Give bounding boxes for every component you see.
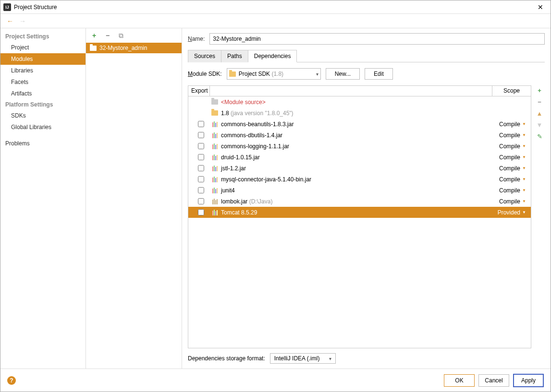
tab-sources[interactable]: Sources [188, 50, 221, 62]
sidebar-item-modules[interactable]: Modules [0, 53, 86, 65]
export-checkbox[interactable] [198, 132, 204, 138]
dependencies-side-tools: + − ▲ ▼ ✎ [534, 85, 545, 348]
main-area: Project Settings Project Modules Librari… [0, 28, 551, 368]
tree-toolbar: + − ⧉ [86, 28, 182, 43]
nav-back-icon[interactable]: ← [5, 16, 15, 26]
sdk-row: Module SDK: Project SDK (1.8) ▾ New... E… [188, 62, 545, 83]
col-name-spacer [210, 86, 492, 96]
dialog-footer: ? OK Cancel Apply [0, 368, 551, 392]
library-icon [212, 143, 218, 149]
window-title: Project Structure [14, 4, 533, 11]
library-icon [212, 177, 218, 182]
titlebar: IJ Project Structure ✕ [0, 0, 551, 14]
dependencies-area: Export Scope <Module source> 1.8 (jav [188, 85, 545, 348]
library-icon [212, 199, 218, 204]
folder-icon [211, 99, 218, 105]
edit-sdk-button[interactable]: Edit [365, 68, 393, 80]
nav-row: ← → [0, 14, 551, 28]
sidebar-item-facets[interactable]: Facets [0, 76, 86, 88]
library-icon [212, 132, 218, 138]
module-detail: Name: Sources Paths Dependencies Module … [182, 28, 551, 368]
cancel-button[interactable]: Cancel [478, 374, 509, 387]
module-tabs: Sources Paths Dependencies [188, 49, 545, 62]
dep-row[interactable]: lombok.jar (D:\Java) Compile▼ [188, 196, 531, 207]
sidebar-item-libraries[interactable]: Libraries [0, 65, 86, 76]
module-sdk-select[interactable]: Project SDK (1.8) ▾ [227, 68, 321, 80]
export-checkbox[interactable] [198, 187, 204, 193]
chevron-down-icon: ▾ [329, 356, 331, 361]
dep-row-module-source[interactable]: <Module source> [188, 96, 531, 107]
tab-dependencies[interactable]: Dependencies [248, 50, 297, 62]
add-dependency-icon[interactable]: + [536, 86, 543, 94]
close-icon[interactable]: ✕ [533, 3, 548, 11]
library-icon [212, 154, 218, 160]
chevron-down-icon: ▾ [316, 71, 318, 77]
dep-row[interactable]: jstl-1.2.jar Compile▼ [188, 163, 531, 174]
export-checkbox[interactable] [198, 176, 204, 182]
module-tree-panel: + − ⧉ 32-Mystore_admin [86, 28, 182, 368]
export-checkbox[interactable] [198, 165, 204, 171]
module-name-input[interactable] [209, 33, 545, 45]
dep-row[interactable]: druid-1.0.15.jar Compile▼ [188, 152, 531, 163]
dep-row[interactable]: commons-beanutils-1.8.3.jar Compile▼ [188, 119, 531, 130]
storage-format-select[interactable]: IntelliJ IDEA (.iml) ▾ [270, 353, 336, 364]
library-icon [212, 210, 218, 215]
module-tree: 32-Mystore_admin [86, 43, 182, 368]
jdk-folder-icon [211, 110, 218, 116]
move-up-icon[interactable]: ▲ [536, 109, 543, 117]
new-sdk-button[interactable]: New... [326, 68, 360, 80]
sidebar-item-sdks[interactable]: SDKs [0, 110, 86, 121]
library-icon [212, 166, 218, 171]
app-icon: IJ [3, 3, 11, 11]
dep-row-selected[interactable]: Tomcat 8.5.29 Provided▼ [188, 207, 531, 218]
remove-dependency-icon[interactable]: − [536, 98, 543, 106]
copy-module-icon[interactable]: ⧉ [117, 31, 125, 40]
sidebar-item-problems[interactable]: Problems [0, 138, 86, 149]
dependencies-body[interactable]: <Module source> 1.8 (java version "1.8.0… [188, 96, 531, 348]
module-tree-item[interactable]: 32-Mystore_admin [86, 43, 182, 53]
export-checkbox[interactable] [198, 154, 204, 160]
dep-row[interactable]: mysql-connector-java-5.1.40-bin.jar Comp… [188, 174, 531, 185]
sidebar-item-project[interactable]: Project [0, 42, 86, 53]
edit-dependency-icon[interactable]: ✎ [536, 132, 543, 140]
sidebar-item-global-libraries[interactable]: Global Libraries [0, 121, 86, 133]
dep-row-jdk[interactable]: 1.8 (java version "1.8.0_45") [188, 107, 531, 119]
dep-row[interactable]: junit4 Compile▼ [188, 185, 531, 196]
export-checkbox[interactable] [198, 209, 204, 215]
settings-sidebar: Project Settings Project Modules Librari… [0, 28, 86, 368]
remove-module-icon[interactable]: − [103, 31, 112, 40]
dependencies-table: Export Scope <Module source> 1.8 (jav [188, 85, 531, 348]
section-project-settings: Project Settings [0, 31, 86, 42]
add-module-icon[interactable]: + [90, 31, 98, 40]
name-row: Name: [188, 33, 545, 45]
export-checkbox[interactable] [198, 143, 204, 149]
name-label: Name: [188, 36, 205, 42]
tab-paths[interactable]: Paths [221, 50, 248, 62]
storage-row: Dependencies storage format: IntelliJ ID… [188, 348, 545, 368]
sdk-folder-icon [229, 71, 236, 77]
help-icon[interactable]: ? [7, 376, 16, 385]
ok-button[interactable]: OK [444, 374, 475, 387]
module-tree-label: 32-Mystore_admin [99, 45, 147, 51]
move-down-icon: ▼ [536, 121, 543, 129]
col-scope[interactable]: Scope [492, 86, 531, 96]
module-folder-icon [90, 46, 97, 51]
dep-row[interactable]: commons-logging-1.1.1.jar Compile▼ [188, 141, 531, 152]
apply-button[interactable]: Apply [513, 374, 544, 387]
nav-forward-icon: → [18, 16, 27, 26]
dep-row[interactable]: commons-dbutils-1.4.jar Compile▼ [188, 130, 531, 141]
dependencies-header: Export Scope [188, 86, 531, 96]
sidebar-item-artifacts[interactable]: Artifacts [0, 88, 86, 99]
section-platform-settings: Platform Settings [0, 99, 86, 110]
export-checkbox[interactable] [198, 121, 204, 127]
library-icon [212, 121, 218, 127]
storage-label: Dependencies storage format: [188, 355, 265, 362]
export-checkbox[interactable] [198, 198, 204, 204]
library-icon [212, 188, 218, 193]
sdk-label: Module SDK: [188, 71, 222, 77]
col-export[interactable]: Export [188, 86, 210, 96]
